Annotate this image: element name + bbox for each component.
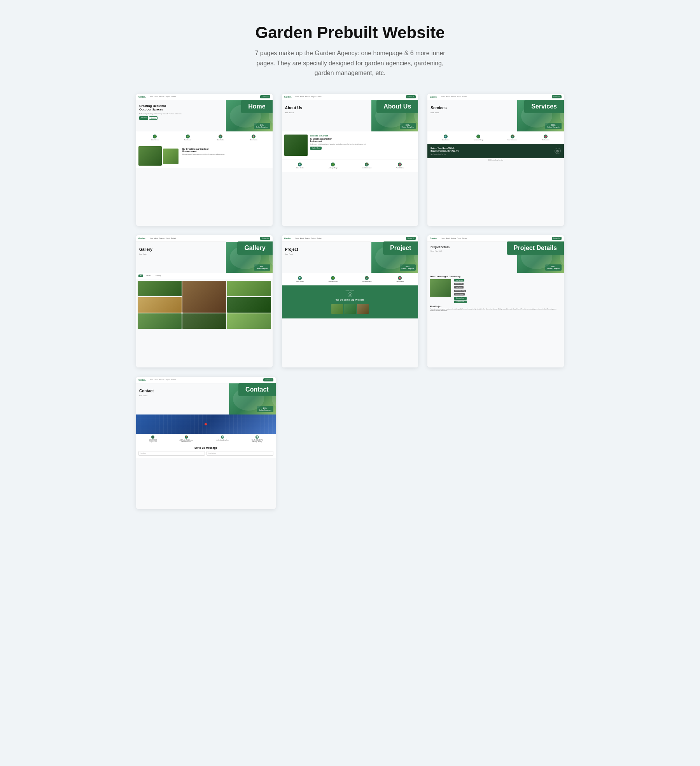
preview-gallery[interactable]: Gallery Garden. Home About Services Proj…	[136, 235, 273, 367]
page-header: Garden Prebuilt Website 7 pages make up …	[8, 16, 692, 78]
preview-label-contact: Contact	[238, 383, 276, 396]
previews-grid-row1: Home Garden. Home About Services Project…	[136, 94, 564, 226]
previews-bottom: Contact Garden. Home About Services Proj…	[136, 377, 564, 509]
preview-inner-contact: Garden. Home About Services Project Cont…	[136, 377, 276, 509]
preview-label-project: Project	[383, 241, 418, 255]
preview-label-home: Home	[241, 100, 272, 113]
preview-inner-services: Garden. Home About Services Project Cont…	[427, 94, 564, 226]
page-description: 7 pages make up the Garden Agency: one h…	[253, 48, 447, 78]
preview-inner-project-details: Garden. Home About Services Project Cont…	[427, 235, 564, 367]
preview-inner-gallery: Garden. Home About Services Project Cont…	[136, 235, 273, 367]
preview-about[interactable]: About Us Garden. Home About Services Pro…	[282, 94, 418, 226]
preview-project-details[interactable]: Project Details Garden. Home About Servi…	[427, 235, 564, 367]
preview-label-gallery: Gallery	[237, 241, 272, 255]
preview-project[interactable]: Project Garden. Home About Services Proj…	[282, 235, 418, 367]
preview-contact[interactable]: Contact Garden. Home About Services Proj…	[136, 377, 276, 509]
page-title: Garden Prebuilt Website	[8, 23, 692, 42]
preview-inner-home: Garden. Home About Services Project Cont…	[136, 94, 273, 226]
preview-inner-project: Garden. Home About Services Project Cont…	[282, 235, 418, 367]
preview-label-project-details: Project Details	[507, 241, 564, 255]
preview-services[interactable]: Services Garden. Home About Services Pro…	[427, 94, 564, 226]
preview-home[interactable]: Home Garden. Home About Services Project…	[136, 94, 273, 226]
preview-label-services: Services	[524, 100, 564, 113]
preview-label-about: About Us	[376, 100, 418, 113]
preview-inner-about: Garden. Home About Services Project Cont…	[282, 94, 418, 226]
previews-grid-row2: Gallery Garden. Home About Services Proj…	[136, 235, 564, 367]
